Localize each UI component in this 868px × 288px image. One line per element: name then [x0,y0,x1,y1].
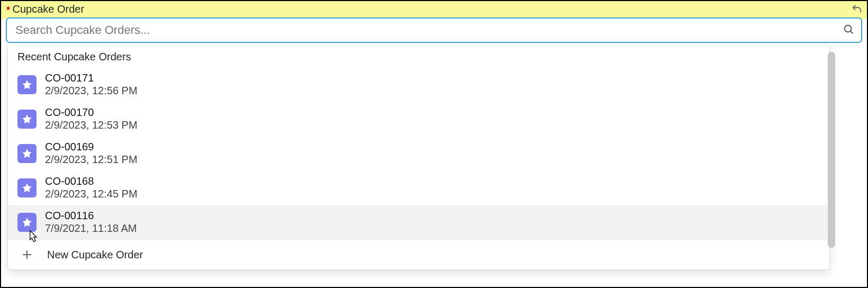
list-item-text: CO-001692/9/2023, 12:51 PM [45,140,138,166]
star-icon [17,144,37,163]
list-item[interactable]: CO-001712/9/2023, 12:56 PM [8,67,829,102]
recent-items-list: CO-001712/9/2023, 12:56 PMCO-001702/9/20… [8,67,829,239]
star-icon [17,213,37,232]
list-item-text: CO-001712/9/2023, 12:56 PM [45,71,138,97]
list-item[interactable]: CO-001702/9/2023, 12:53 PM [8,102,829,136]
star-icon [17,110,37,129]
list-item[interactable]: CO-001682/9/2023, 12:45 PM [8,170,829,205]
record-name: CO-00170 [45,106,138,119]
dropdown-header: Recent Cupcake Orders [8,46,829,67]
list-item[interactable]: CO-001692/9/2023, 12:51 PM [8,136,829,170]
undo-icon[interactable] [851,3,864,16]
search-input[interactable] [6,18,862,42]
list-item-text: CO-001682/9/2023, 12:45 PM [45,175,138,201]
scrollbar-thumb[interactable] [828,52,835,248]
record-name: CO-00171 [45,71,138,84]
record-name: CO-00169 [45,140,138,153]
plus-icon [17,245,37,264]
list-item-text: CO-001167/9/2021, 11:18 AM [45,209,137,235]
required-indicator: * [6,5,10,15]
svg-line-1 [851,31,853,33]
record-name: CO-00116 [45,209,137,222]
svg-point-0 [845,25,852,32]
list-item[interactable]: CO-001167/9/2021, 11:18 AM [8,205,829,239]
field-header: * Cupcake Order [1,1,867,19]
record-timestamp: 7/9/2021, 11:18 AM [45,222,137,235]
field-label: Cupcake Order [12,3,84,15]
star-icon [17,178,37,197]
scrollbar-track[interactable] [828,49,835,265]
search-wrap [6,18,862,42]
new-record-row[interactable]: New Cupcake Order [8,239,829,269]
record-timestamp: 2/9/2023, 12:45 PM [45,187,138,201]
record-timestamp: 2/9/2023, 12:51 PM [45,153,138,166]
record-timestamp: 2/9/2023, 12:53 PM [45,119,138,132]
list-item-text: CO-001702/9/2023, 12:53 PM [45,106,138,132]
lookup-field-frame: * Cupcake Order Recent Cupcake Orders CO… [0,0,868,288]
new-record-label: New Cupcake Order [47,249,143,261]
search-icon[interactable] [843,23,854,37]
record-timestamp: 2/9/2023, 12:56 PM [45,84,138,97]
star-icon [17,75,37,94]
record-name: CO-00168 [45,175,138,187]
lookup-dropdown: Recent Cupcake Orders CO-001712/9/2023, … [7,46,830,270]
